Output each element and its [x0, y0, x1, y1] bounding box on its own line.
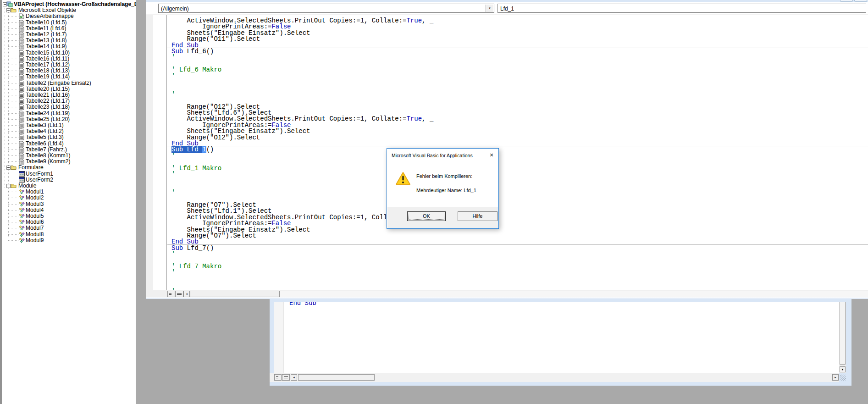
- collapse-icon[interactable]: [6, 8, 11, 12]
- code-line: ': [171, 251, 868, 257]
- tree-item-tabelle18-lfd-13[interactable]: Tabelle18 (Lfd.13): [2, 68, 136, 74]
- tree-item-modul1[interactable]: Modul1: [2, 189, 136, 195]
- tree-connector: [8, 198, 18, 198]
- tree-item-module[interactable]: Module: [2, 183, 136, 189]
- tree-item-modul3[interactable]: Modul3: [2, 201, 136, 207]
- tree-item-tabelle11-lfd-6[interactable]: Tabelle11 (Lfd.6): [2, 26, 136, 32]
- folder-icon: [11, 165, 17, 171]
- scroll-left-icon[interactable]: ◄: [183, 291, 190, 297]
- tree-item-modul6[interactable]: Modul6: [2, 219, 136, 225]
- tree-item-modul4[interactable]: Modul4: [2, 207, 136, 213]
- full-module-view-button[interactable]: [175, 291, 183, 297]
- tree-item-tabelle14-lfd-9[interactable]: Tabelle14 (Lfd.9): [2, 44, 136, 50]
- procedure-view-button[interactable]: [274, 374, 282, 381]
- code-line: Sub Lfd_6(): [171, 48, 868, 55]
- tree-item-tabelle5-lfd-3[interactable]: Tabelle5 (Lfd.3): [2, 134, 136, 140]
- dialog-titlebar[interactable]: Microsoft Visual Basic for Applications …: [387, 149, 498, 161]
- tree-item-label: Tabelle5 (Lfd.3): [26, 134, 64, 140]
- tree-item-formulare[interactable]: Formulare: [2, 165, 136, 171]
- tree-item-vbaproject-hochwasser-großschadenslage-ein[interactable]: VBAProject (Hochwasser-Großschadenslage_…: [2, 1, 136, 7]
- code-line: [171, 159, 868, 165]
- code-line: [171, 79, 868, 85]
- code-text[interactable]: ActiveWindow.SelectedSheets.PrintOut Cop…: [167, 15, 868, 290]
- object-dropdown[interactable]: (Allgemein) ▼: [158, 4, 494, 13]
- tree-item-diesearbeitsmappe[interactable]: DieseArbeitsmappe: [2, 13, 136, 19]
- tree-item-modul8[interactable]: Modul8: [2, 232, 136, 238]
- tree-item-tabelle12-lfd-7[interactable]: Tabelle12 (Lfd.7): [2, 32, 136, 38]
- horizontal-scrollbar[interactable]: ◄ ►: [270, 373, 839, 382]
- tree-item-tabelle7-fahrz[interactable]: Tabelle7 (Fahrz.): [2, 147, 136, 153]
- tree-item-modul7[interactable]: Modul7: [2, 225, 136, 231]
- tree-item-tabelle23-lfd-18[interactable]: Tabelle23 (Lfd.18): [2, 104, 136, 110]
- secondary-code-text[interactable]: End Sub: [284, 302, 839, 373]
- vertical-scrollbar[interactable]: ▼: [839, 302, 846, 373]
- tree-item-tabelle15-lfd-10[interactable]: Tabelle15 (Lfd.10): [2, 50, 136, 56]
- tree-item-tabelle24-lfd-19[interactable]: Tabelle24 (Lfd.19): [2, 111, 136, 116]
- ok-button[interactable]: OK: [407, 211, 446, 221]
- code-line: [171, 177, 868, 183]
- help-button[interactable]: Hilfe: [458, 211, 498, 221]
- chevron-down-icon[interactable]: ▼: [486, 5, 493, 12]
- userform-icon: [19, 177, 25, 183]
- tree-item-microsoft-excel-objekte[interactable]: Microsoft Excel Objekte: [2, 7, 136, 13]
- code-token: End Sub: [289, 302, 316, 307]
- userform-icon: [19, 171, 25, 177]
- tree-item-tabelle9-komm2[interactable]: Tabelle9 (Komm2): [2, 159, 136, 165]
- scrollbar-thumb[interactable]: [840, 302, 846, 365]
- tree-item-tabelle6-lfd-4[interactable]: Tabelle6 (Lfd.4): [2, 141, 136, 147]
- horizontal-scrollbar[interactable]: ◄: [146, 290, 868, 297]
- scrollbar-thumb[interactable]: [298, 374, 375, 381]
- tree-connector: [8, 192, 18, 192]
- tree-item-label: Tabelle6 (Lfd.4): [26, 141, 64, 147]
- tree-item-tabelle3-lfd-1[interactable]: Tabelle3 (Lfd.1): [2, 122, 136, 128]
- full-module-view-button[interactable]: [282, 374, 290, 381]
- code-line: ': [171, 54, 868, 61]
- dialog-title: Microsoft Visual Basic for Applications: [392, 153, 473, 158]
- tree-item-tabelle22-lfd-17[interactable]: Tabelle22 (Lfd.17): [2, 98, 136, 104]
- tree-connector: [8, 101, 18, 101]
- code-line: ': [171, 269, 868, 276]
- resize-grip-icon[interactable]: [840, 375, 846, 381]
- tree-item-tabelle17-lfd-12[interactable]: Tabelle17 (Lfd.12): [2, 62, 136, 68]
- tree-item-label: Modul2: [26, 195, 44, 201]
- tree-item-modul5[interactable]: Modul5: [2, 213, 136, 219]
- tree-item-tabelle16-lfd-11[interactable]: Tabelle16 (Lfd.11): [2, 56, 136, 62]
- tree-item-tabelle10-lfd-5[interactable]: Tabelle10 (Lfd.5): [2, 20, 136, 26]
- margin-indicator-bar[interactable]: [274, 302, 283, 373]
- tree-item-label: Tabelle21 (Lfd.16): [26, 92, 70, 98]
- tree-item-modul2[interactable]: Modul2: [2, 195, 136, 201]
- scroll-left-icon[interactable]: ◄: [291, 374, 297, 381]
- scroll-right-icon[interactable]: ►: [832, 374, 839, 381]
- tree-item-tabelle4-lfd-2[interactable]: Tabelle4 (Lfd.2): [2, 128, 136, 134]
- tree-item-tabelle13-lfd-8[interactable]: Tabelle13 (Lfd.8): [2, 38, 136, 44]
- procedure-dropdown[interactable]: Lfd_1: [498, 4, 866, 13]
- scrollbar-thumb[interactable]: [190, 291, 280, 297]
- tree-item-tabelle20-lfd-15[interactable]: Tabelle20 (Lfd.15): [2, 86, 136, 92]
- tree-item-tabelle25-lfd-20[interactable]: Tabelle25 (Lfd.20): [2, 116, 136, 122]
- scrollbar-track[interactable]: [280, 291, 868, 297]
- tree-item-label: Tabelle4 (Lfd.2): [26, 128, 64, 134]
- tree-item-userform2[interactable]: UserForm2: [2, 177, 136, 183]
- tree-item-tabelle19-lfd-14[interactable]: Tabelle19 (Lfd.14): [2, 74, 136, 80]
- collapse-icon[interactable]: [6, 184, 11, 188]
- worksheet-icon: [19, 104, 25, 110]
- worksheet-icon: [19, 20, 25, 26]
- code-line: [171, 282, 868, 288]
- folder-icon: [11, 183, 17, 189]
- secondary-code-editor[interactable]: End Sub: [274, 302, 839, 373]
- tree-item-label: Tabelle3 (Lfd.1): [26, 122, 64, 128]
- code-line: Sheets("Eingabe Einsatz").Select: [171, 30, 868, 36]
- collapse-icon[interactable]: [6, 166, 11, 170]
- tree-item-tabelle2-eingabe-einsatz[interactable]: Tabelle2 (Eingabe Einsatz): [2, 80, 136, 86]
- module-icon: [19, 219, 25, 225]
- scroll-down-icon[interactable]: ▼: [840, 366, 846, 372]
- close-icon[interactable]: ✕: [488, 152, 495, 158]
- margin-indicator-bar[interactable]: [153, 15, 167, 290]
- tree-item-tabelle21-lfd-16[interactable]: Tabelle21 (Lfd.16): [2, 92, 136, 98]
- worksheet-icon: [19, 44, 25, 50]
- tree-item-tabelle8-komm1[interactable]: Tabelle8 (Komm1): [2, 153, 136, 159]
- tree-item-userform1[interactable]: UserForm1: [2, 171, 136, 177]
- tree-item-modul9[interactable]: Modul9: [2, 238, 136, 244]
- worksheet-icon: [19, 111, 25, 116]
- procedure-view-button[interactable]: [167, 291, 175, 297]
